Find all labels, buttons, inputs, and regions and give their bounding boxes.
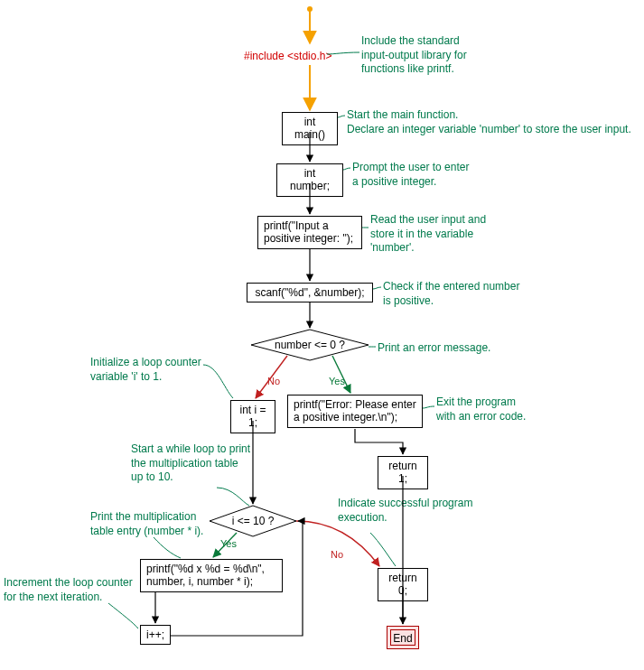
annotation-prompt: Prompt the user to enter a positive inte… [352, 161, 469, 189]
svg-point-0 [307, 6, 313, 12]
annotation-error: Print an error message. [378, 341, 490, 356]
edge-label-cond2-no: No [331, 549, 343, 560]
edge-label-cond1-no: No [267, 376, 280, 386]
node-end: End [387, 626, 419, 649]
annotation-loop: Start a while loop to print the multipli… [131, 442, 250, 485]
annotation-init-i: Initialize a loop counter variable 'i' t… [90, 356, 201, 384]
flowchart-edges: number <= 0 ? i <= 10 ? [0, 0, 644, 670]
annotation-scanf: Read the user input and store it in the … [370, 213, 486, 256]
node-body-print: printf("%d x %d = %d\n", number, i, numb… [140, 559, 283, 592]
annotation-exit: Exit the program with an error code. [436, 395, 526, 423]
svg-text:i <= 10 ?: i <= 10 ? [232, 515, 275, 527]
edge-label-cond1-yes: Yes [329, 376, 345, 386]
svg-marker-7 [251, 330, 369, 360]
node-scanf: scanf("%d", &number); [247, 283, 373, 302]
node-init-i: int i = 1; [230, 400, 275, 433]
node-return-1: return 1; [378, 456, 428, 489]
annotation-include: Include the standard input-output librar… [361, 34, 467, 77]
node-main: int main() [282, 112, 338, 145]
annotation-body: Print the multiplication table entry (nu… [90, 510, 203, 538]
annotation-inc: Increment the loop counter for the next … [4, 576, 133, 604]
node-declare-number: int number; [276, 163, 343, 197]
node-prompt: printf("Input a positive integer: "); [257, 216, 362, 249]
include-directive: #include <stdio.h> [244, 50, 331, 62]
svg-marker-9 [210, 506, 296, 536]
annotation-main: Start the main function. Declare an inte… [347, 108, 631, 136]
node-increment: i++; [140, 625, 171, 645]
svg-text:number <= 0 ?: number <= 0 ? [275, 339, 345, 351]
node-return-0: return 0; [378, 568, 428, 601]
edge-label-cond2-yes: Yes [220, 538, 237, 549]
annotation-check: Check if the entered number is positive. [383, 280, 519, 308]
annotation-ret0: Indicate successful program execution. [338, 497, 472, 525]
node-error-print: printf("Error: Please enter a positive i… [287, 395, 423, 428]
end-label: End [393, 632, 412, 645]
